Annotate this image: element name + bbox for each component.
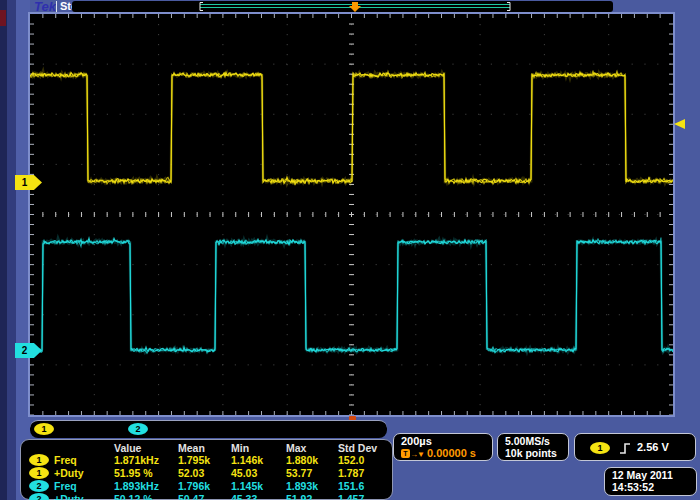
measurement-name: +Duty bbox=[54, 493, 83, 500]
ch2-badge: 2 bbox=[128, 423, 148, 435]
measurement-value: 1.145k bbox=[231, 480, 263, 492]
measurement-channel-badge: 1 bbox=[29, 467, 49, 479]
ch1-scale: 2.00 V bbox=[60, 422, 92, 434]
trigger-level-value: 2.56 V bbox=[637, 441, 669, 453]
ch2-marker-label: 2 bbox=[15, 343, 34, 358]
measurement-value: 51.95 % bbox=[114, 467, 153, 479]
timebase-value: 200µs bbox=[401, 435, 432, 447]
col-max: Max bbox=[286, 442, 306, 454]
logo-separator bbox=[56, 1, 57, 12]
measurement-value: 1.893kHz bbox=[114, 480, 159, 492]
measurement-row: 1Freq1.871kHz1.795k1.146k1.880k152.0 bbox=[21, 454, 392, 466]
col-value: Value bbox=[114, 442, 141, 454]
measurement-value: 53.77 bbox=[286, 467, 312, 479]
measurement-value: 51.92 bbox=[286, 493, 312, 500]
date-label: 12 May 2011 bbox=[612, 469, 673, 481]
measurement-value: 1.871kHz bbox=[114, 454, 159, 466]
measurement-value: 1.795k bbox=[178, 454, 210, 466]
measurement-channel-badge: 1 bbox=[29, 454, 49, 466]
measurement-value: 151.6 bbox=[338, 480, 364, 492]
delay-value: 0.00000 s bbox=[427, 447, 476, 459]
trigger-delay-icon: T bbox=[401, 449, 410, 458]
measurement-row: 1+Duty51.95 %52.0345.0353.771.787 bbox=[21, 467, 392, 479]
record-view-bar bbox=[72, 1, 613, 12]
graticule bbox=[28, 12, 675, 417]
measurement-name: Freq bbox=[54, 454, 77, 466]
rising-edge-icon bbox=[619, 442, 631, 455]
measurement-value: 152.0 bbox=[338, 454, 364, 466]
measurement-channel-badge: 2 bbox=[29, 480, 49, 492]
oscilloscope-screen: Tek Stop T 1 2 1 2.00 V 2 2.00 V Value M… bbox=[0, 0, 700, 500]
datetime-box: 12 May 2011 14:53:52 bbox=[604, 467, 697, 496]
measurement-value: 52.03 bbox=[178, 467, 204, 479]
measurement-value: 1.146k bbox=[231, 454, 263, 466]
waveform-display bbox=[30, 14, 673, 415]
measurement-value: 50.12 % bbox=[114, 493, 153, 500]
measurement-row: 2+Duty50.12 %50.4745.3351.921.457 bbox=[21, 493, 392, 500]
measurement-name: Freq bbox=[54, 480, 77, 492]
acquisition-box: 5.00MS/s 10k points bbox=[497, 433, 569, 461]
measurement-value: 1.893k bbox=[286, 480, 318, 492]
trigger-level-arrow-icon bbox=[674, 119, 685, 129]
bezel-strip bbox=[7, 0, 16, 500]
measurement-value: 45.03 bbox=[231, 467, 257, 479]
measurement-value: 1.457 bbox=[338, 493, 364, 500]
col-mean: Mean bbox=[178, 442, 205, 454]
vertical-scale-bar: 1 2.00 V 2 2.00 V bbox=[30, 420, 387, 438]
measurement-value: 1.796k bbox=[178, 480, 210, 492]
time-label: 14:53:52 bbox=[612, 481, 654, 493]
measurement-value: 1.880k bbox=[286, 454, 318, 466]
timebase-box: 200µs T→▼ 0.00000 s bbox=[393, 433, 493, 461]
trigger-readout-box: 1 2.56 V bbox=[574, 433, 696, 461]
measurement-value: 45.33 bbox=[231, 493, 257, 500]
ch2-scale: 2.00 V bbox=[154, 422, 186, 434]
sample-rate: 5.00MS/s bbox=[505, 435, 550, 447]
ch1-marker-label: 1 bbox=[15, 175, 34, 190]
ch1-badge: 1 bbox=[34, 423, 54, 435]
col-stddev: Std Dev bbox=[338, 442, 377, 454]
measurement-table: Value Mean Min Max Std Dev 1Freq1.871kHz… bbox=[20, 439, 393, 500]
bezel-edge bbox=[0, 0, 7, 500]
measurement-name: +Duty bbox=[54, 467, 83, 479]
col-min: Min bbox=[231, 442, 249, 454]
measurement-value: 1.787 bbox=[338, 467, 364, 479]
measurement-row: 2Freq1.893kHz1.796k1.145k1.893k151.6 bbox=[21, 480, 392, 492]
delay-arrows-icon: →▼ bbox=[410, 450, 424, 459]
trigger-source-badge: 1 bbox=[590, 442, 610, 454]
measurement-channel-badge: 2 bbox=[29, 493, 49, 500]
delay-readout: T→▼ 0.00000 s bbox=[401, 447, 476, 459]
record-length: 10k points bbox=[505, 447, 557, 459]
measurement-value: 50.47 bbox=[178, 493, 204, 500]
